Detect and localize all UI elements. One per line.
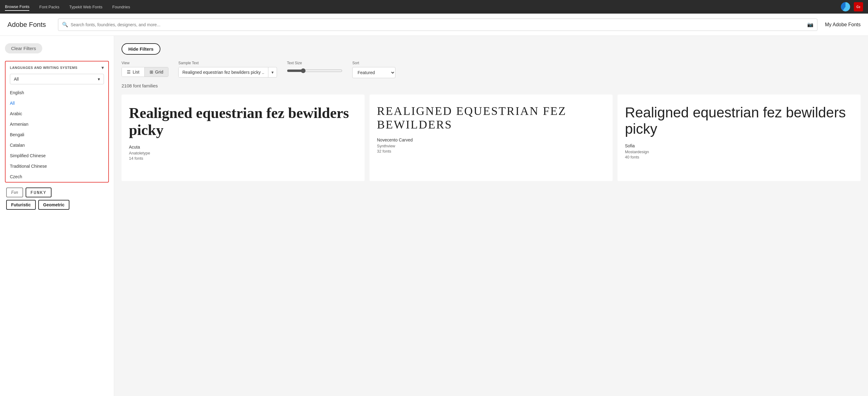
tag-btn-geometric[interactable]: Geometric xyxy=(38,200,69,210)
tag-btn-fun[interactable]: Fun xyxy=(6,188,23,197)
font-card-3-sample: Realigned equestrian fez bewilders picky xyxy=(625,105,853,137)
grid-view-label: Grid xyxy=(155,69,163,75)
user-avatar[interactable] xyxy=(841,2,850,11)
text-size-label: Text Size xyxy=(287,61,342,65)
language-filter-section: Languages and Writing Systems All Englis… xyxy=(5,61,109,182)
view-control-group: View ☰ List ⊞ Grid xyxy=(122,61,168,77)
tag-btn-funky[interactable]: FUNKY xyxy=(26,188,52,197)
adobe-cc-icon[interactable]: Cc xyxy=(854,2,863,11)
view-controls: View ☰ List ⊞ Grid Sample Text xyxy=(122,61,861,78)
language-item-traditional-chinese[interactable]: Traditional Chinese xyxy=(5,161,108,171)
grid-view-button[interactable]: ⊞ Grid xyxy=(145,67,168,77)
text-size-control-group: Text Size xyxy=(287,61,342,73)
sample-text-input[interactable] xyxy=(179,67,268,77)
sample-text-label: Sample Text xyxy=(178,61,277,65)
font-count: 2108 font families xyxy=(122,83,861,88)
language-dropdown-value: All xyxy=(14,77,19,82)
content-area: Hide Filters View ☰ List ⊞ Grid xyxy=(114,36,868,396)
search-bar: 🔍 📷 xyxy=(58,19,817,31)
my-adobe-fonts-link[interactable]: My Adobe Fonts xyxy=(825,22,861,28)
sort-label: Sort xyxy=(352,61,396,65)
language-list: English All Arabic Armenian Bengali Cata… xyxy=(5,87,108,182)
top-nav-right: Cc xyxy=(841,2,863,11)
header: Adobe Fonts 🔍 📷 My Adobe Fonts xyxy=(0,13,868,36)
hide-filters-button[interactable]: Hide Filters xyxy=(122,43,160,55)
view-toggle: ☰ List ⊞ Grid xyxy=(122,67,168,77)
language-item-czech[interactable]: Czech xyxy=(5,171,108,182)
language-item-catalan[interactable]: Catalan xyxy=(5,140,108,150)
tag-buttons-row-2: Futuristic Geometric xyxy=(5,200,109,210)
language-item-armenian[interactable]: Armenian xyxy=(5,119,108,130)
sample-text-control: ▾ xyxy=(178,67,277,78)
nav-browse-fonts[interactable]: Browse Fonts xyxy=(5,3,29,11)
language-item-simplified-chinese[interactable]: Simplified Chinese xyxy=(5,150,108,161)
font-grid: Realigned equestrian fez bewilders picky… xyxy=(122,94,861,181)
sample-text-dropdown-button[interactable]: ▾ xyxy=(268,67,277,77)
font-card-3-name: Sofia xyxy=(625,143,853,148)
list-icon: ☰ xyxy=(127,69,131,75)
view-label: View xyxy=(122,61,168,65)
list-view-button[interactable]: ☰ List xyxy=(122,67,145,77)
font-card-2-count: 32 fonts xyxy=(377,149,605,153)
language-item-english[interactable]: English xyxy=(5,87,108,98)
search-icon: 🔍 xyxy=(62,22,68,28)
language-item-bengali[interactable]: Bengali xyxy=(5,130,108,140)
list-view-label: List xyxy=(133,69,140,75)
font-card-1[interactable]: Realigned equestrian fez bewilders picky… xyxy=(122,94,365,181)
language-dropdown[interactable]: All xyxy=(10,74,104,84)
language-item-arabic[interactable]: Arabic xyxy=(5,108,108,119)
sort-control-group: Sort Featured Newest Alphabetical Most P… xyxy=(352,61,396,78)
camera-icon[interactable]: 📷 xyxy=(807,22,813,28)
tag-btn-futuristic[interactable]: Futuristic xyxy=(6,200,36,210)
search-input[interactable] xyxy=(71,22,805,27)
clear-filters-button[interactable]: Clear Filters xyxy=(5,43,42,53)
nav-font-packs[interactable]: Font Packs xyxy=(39,3,59,10)
font-card-1-count: 14 fonts xyxy=(129,156,357,161)
dropdown-chevron-icon xyxy=(98,77,100,82)
nav-typekit-web-fonts[interactable]: Typekit Web Fonts xyxy=(69,3,102,10)
top-nav: Browse Fonts Font Packs Typekit Web Font… xyxy=(0,0,868,13)
font-card-2-foundry: Synthview xyxy=(377,144,605,148)
text-size-slider[interactable] xyxy=(287,68,342,73)
font-card-2-sample: REALIGNED EQUESTRIAN FEZ BEWILDERS xyxy=(377,105,605,131)
font-card-1-sample: Realigned equestrian fez bewilders picky xyxy=(129,105,357,138)
language-filter-header[interactable]: Languages and Writing Systems xyxy=(5,61,108,74)
filters-toolbar: Hide Filters xyxy=(122,43,861,55)
adobe-fonts-logo: Adobe Fonts xyxy=(7,21,51,29)
language-item-all[interactable]: All xyxy=(5,98,108,108)
sidebar: Clear Filters Languages and Writing Syst… xyxy=(0,36,114,396)
grid-icon: ⊞ xyxy=(150,69,153,75)
font-card-2-name: Novecento Carved xyxy=(377,138,605,142)
language-filter-label: Languages and Writing Systems xyxy=(10,66,78,69)
font-card-1-foundry: Anatoletype xyxy=(129,151,357,155)
chevron-down-icon xyxy=(101,65,104,70)
sort-select[interactable]: Featured Newest Alphabetical Most Popula… xyxy=(352,67,396,78)
main-layout: Clear Filters Languages and Writing Syst… xyxy=(0,36,868,396)
font-card-3-foundry: Mostardesign xyxy=(625,149,853,154)
font-card-3-count: 40 fonts xyxy=(625,155,853,160)
nav-foundries[interactable]: Foundries xyxy=(112,3,130,10)
font-card-3[interactable]: Realigned equestrian fez bewilders picky… xyxy=(618,94,861,181)
tag-buttons-row-1: Fun FUNKY xyxy=(5,188,109,197)
font-card-2[interactable]: REALIGNED EQUESTRIAN FEZ BEWILDERS Novec… xyxy=(370,94,613,181)
sample-text-control-group: Sample Text ▾ xyxy=(178,61,277,78)
font-card-1-name: Acuta xyxy=(129,145,357,149)
